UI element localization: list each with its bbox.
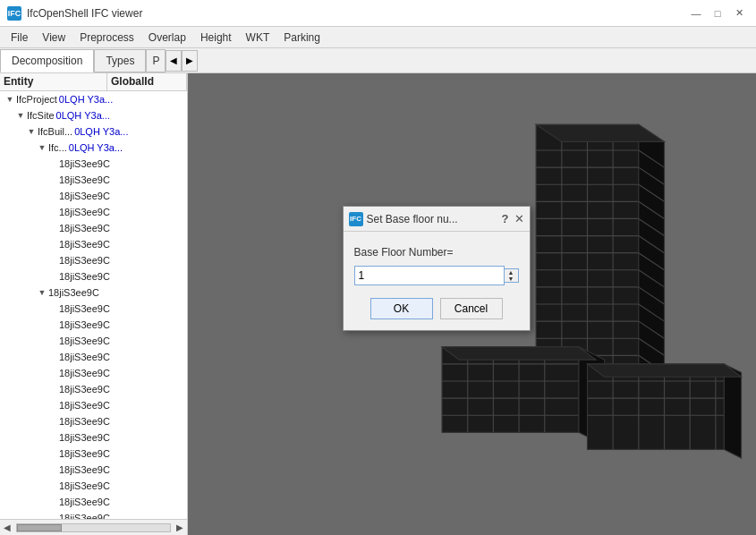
tree-row-label: IfcProject bbox=[16, 94, 57, 105]
tree-row[interactable]: 18jiS3ee9C bbox=[0, 204, 187, 220]
title-bar: IFC IfcOpenShell IFC viewer — □ ✕ bbox=[0, 0, 756, 27]
dialog-help-button[interactable]: ? bbox=[502, 212, 509, 225]
tree-row-label: 18jiS3ee9C bbox=[59, 480, 110, 491]
cancel-button[interactable]: Cancel bbox=[440, 298, 503, 319]
tree-row[interactable]: 18jiS3ee9C bbox=[0, 317, 187, 333]
scroll-right-arrow[interactable]: ▶ bbox=[173, 521, 187, 535]
tab-decomposition[interactable]: Decomposition bbox=[0, 49, 94, 72]
tree-row-label: 18jiS3ee9C bbox=[59, 432, 110, 443]
base-floor-number-input[interactable] bbox=[354, 266, 505, 285]
tree-row[interactable]: 18jiS3ee9C bbox=[0, 381, 187, 397]
tree-row[interactable]: ▼IfcSite0LQH Y3a... bbox=[0, 107, 187, 123]
tree-row[interactable]: 18jiS3ee9C bbox=[0, 172, 187, 188]
tree-row[interactable]: ▼IfcProject0LQH Y3a... bbox=[0, 91, 187, 107]
tab-scroll-left[interactable]: ◀ bbox=[166, 50, 182, 72]
main-content: Entity GlobalId ▼IfcProject0LQH Y3a...▼I… bbox=[0, 73, 756, 535]
tree-row-value: 0LQH Y3a... bbox=[74, 126, 128, 137]
dialog-input-row: ▲ ▼ bbox=[354, 266, 519, 285]
title-bar-controls: — □ ✕ bbox=[686, 4, 749, 22]
tree-row[interactable]: 18jiS3ee9C bbox=[0, 349, 187, 365]
tree-row[interactable]: 18jiS3ee9C bbox=[0, 365, 187, 381]
tree-toggle-icon[interactable]: ▼ bbox=[4, 93, 16, 106]
tree-row[interactable]: 18jiS3ee9C bbox=[0, 236, 187, 252]
menu-item-height[interactable]: Height bbox=[193, 30, 239, 46]
menu-item-overlap[interactable]: Overlap bbox=[141, 30, 193, 46]
tree-row[interactable]: 18jiS3ee9C bbox=[0, 429, 187, 446]
dialog-title-controls: ? ✕ bbox=[502, 212, 524, 225]
tree-row-label: 18jiS3ee9C bbox=[59, 335, 110, 346]
left-panel: Entity GlobalId ▼IfcProject0LQH Y3a...▼I… bbox=[0, 73, 188, 535]
tree-row[interactable]: 18jiS3ee9C bbox=[0, 462, 187, 478]
tree-row[interactable]: 18jiS3ee9C bbox=[0, 188, 187, 204]
tree-row[interactable]: 18jiS3ee9C bbox=[0, 268, 187, 284]
set-base-floor-dialog: IFC Set Base floor nu... ? ✕ Base Floor … bbox=[343, 206, 531, 331]
tree-row[interactable]: 18jiS3ee9C bbox=[0, 413, 187, 429]
menu-item-preprocess[interactable]: Preprocess bbox=[72, 30, 141, 46]
tree-body: ▼IfcProject0LQH Y3a...▼IfcSite0LQH Y3a..… bbox=[0, 91, 187, 519]
app-icon: IFC bbox=[7, 6, 21, 21]
tree-toggle-icon[interactable]: ▼ bbox=[36, 286, 48, 299]
menu-item-parking[interactable]: Parking bbox=[276, 30, 327, 46]
tree-row[interactable]: 18jiS3ee9C bbox=[0, 333, 187, 349]
tree-row-label: 18jiS3ee9C bbox=[59, 464, 110, 475]
tab-scroll-right[interactable]: ▶ bbox=[182, 50, 198, 72]
menu-item-file[interactable]: File bbox=[4, 30, 35, 46]
tree-row[interactable]: 18jiS3ee9C bbox=[0, 301, 187, 317]
tree-row[interactable]: 18jiS3ee9C bbox=[0, 494, 187, 510]
tree-row-label: 18jiS3ee9C bbox=[59, 513, 110, 519]
ok-button[interactable]: OK bbox=[370, 298, 433, 319]
tree-row[interactable]: 18jiS3ee9C bbox=[0, 252, 187, 268]
horizontal-scrollbar[interactable]: ◀ ▶ bbox=[0, 519, 187, 535]
tree-row-label: 18jiS3ee9C bbox=[59, 352, 110, 362]
tree-header-entity: Entity bbox=[0, 73, 107, 90]
spinner-down-button[interactable]: ▼ bbox=[505, 276, 518, 282]
tree-row[interactable]: 18jiS3ee9C bbox=[0, 220, 187, 236]
tree-row[interactable]: 18jiS3ee9C bbox=[0, 397, 187, 413]
3d-viewport[interactable]: IFC Set Base floor nu... ? ✕ Base Floor … bbox=[188, 73, 756, 535]
tree-row-label: 18jiS3ee9C bbox=[59, 158, 110, 169]
dialog-close-button[interactable]: ✕ bbox=[514, 212, 524, 225]
tree-row-value: 0LQH Y3a... bbox=[59, 94, 113, 105]
spinner-up-button[interactable]: ▲ bbox=[505, 269, 518, 276]
dialog-title-left: IFC Set Base floor nu... bbox=[349, 212, 458, 226]
dialog-icon: IFC bbox=[349, 212, 363, 226]
spinner: ▲ ▼ bbox=[505, 268, 519, 283]
dialog-body-label: Base Floor Number= bbox=[354, 246, 519, 259]
tree-toggle-icon[interactable]: ▼ bbox=[14, 109, 27, 122]
tree-row[interactable]: ▼IfcBuil...0LQH Y3a... bbox=[0, 123, 187, 140]
dialog-titlebar: IFC Set Base floor nu... ? ✕ bbox=[344, 207, 530, 232]
tree-row-label: IfcSite bbox=[27, 110, 55, 121]
tree-toggle-icon[interactable]: ▼ bbox=[36, 141, 48, 154]
tab-types[interactable]: Types bbox=[94, 49, 146, 72]
title-bar-left: IFC IfcOpenShell IFC viewer bbox=[7, 6, 142, 21]
tree-row-label: 18jiS3ee9C bbox=[59, 384, 110, 395]
tree-row-value: 0LQH Y3a... bbox=[69, 142, 123, 153]
tree-row-label: 18jiS3ee9C bbox=[59, 271, 110, 282]
dialog-title-text: Set Base floor nu... bbox=[367, 213, 458, 225]
minimize-button[interactable]: — bbox=[686, 4, 706, 22]
menu-item-wkt[interactable]: WKT bbox=[239, 30, 277, 46]
tree-row[interactable]: ▼18jiS3ee9C bbox=[0, 284, 187, 301]
tree-row-label: 18jiS3ee9C bbox=[59, 207, 110, 217]
scroll-left-arrow[interactable]: ◀ bbox=[0, 521, 14, 535]
tree-row-label: 18jiS3ee9C bbox=[59, 497, 110, 507]
maximize-button[interactable]: □ bbox=[708, 4, 727, 22]
tree-toggle-icon[interactable]: ▼ bbox=[25, 125, 38, 138]
tree-row[interactable]: 18jiS3ee9C bbox=[0, 478, 187, 494]
tree-row-value: 0LQH Y3a... bbox=[56, 110, 110, 121]
scroll-track[interactable] bbox=[16, 523, 171, 532]
tree-row-label: 18jiS3ee9C bbox=[59, 448, 110, 459]
tree-row-label: 18jiS3ee9C bbox=[59, 239, 110, 250]
tree-row[interactable]: 18jiS3ee9C bbox=[0, 446, 187, 462]
scroll-thumb[interactable] bbox=[17, 524, 62, 531]
tree-row[interactable]: ▼Ifc...0LQH Y3a... bbox=[0, 140, 187, 156]
tree-row-label: 18jiS3ee9C bbox=[59, 303, 110, 314]
menu-item-view[interactable]: View bbox=[35, 30, 72, 46]
tree-row-label: 18jiS3ee9C bbox=[59, 400, 110, 411]
tree-row-label: 18jiS3ee9C bbox=[59, 191, 110, 201]
close-button[interactable]: ✕ bbox=[729, 4, 749, 22]
tab-p[interactable]: P bbox=[146, 49, 166, 72]
dialog-body: Base Floor Number= ▲ ▼ OK Cancel bbox=[344, 232, 530, 330]
tree-row[interactable]: 18jiS3ee9C bbox=[0, 510, 187, 519]
tree-row[interactable]: 18jiS3ee9C bbox=[0, 156, 187, 172]
